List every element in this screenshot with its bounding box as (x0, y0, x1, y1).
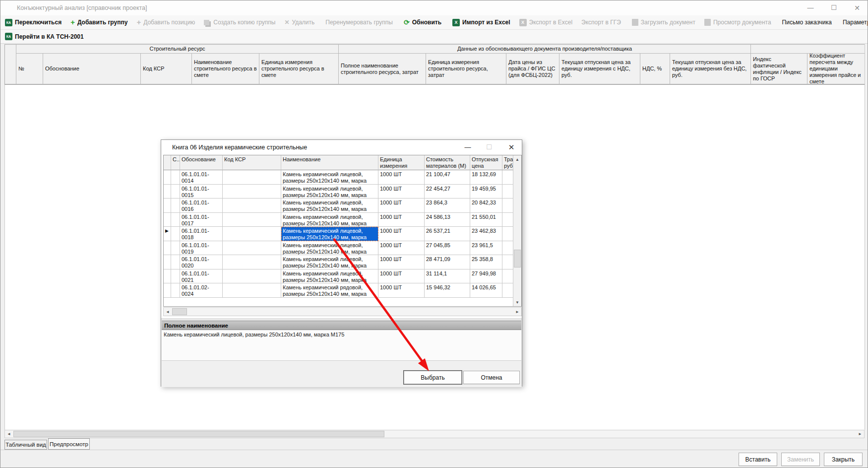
cell-code[interactable]: 06.1.01.01-0015 (180, 185, 223, 199)
column-header[interactable]: Индекс фактической инфляции / Индекс по … (751, 54, 807, 84)
column-header[interactable]: Единица измерения строительного ресурса … (259, 54, 339, 84)
cell-transport[interactable] (502, 227, 513, 241)
cell-price[interactable]: 18 132,69 (470, 170, 502, 185)
cell-name[interactable]: Камень керамический лицевой, размеры 250… (281, 213, 378, 227)
dialog-column-header[interactable]: Код КСР (223, 155, 281, 170)
cell-unit[interactable]: 1000 ШТ (378, 283, 425, 298)
select-button[interactable]: Выбрать (404, 371, 462, 384)
cell-cost[interactable]: 23 864,3 (425, 199, 470, 213)
toolbar-button-export-gge[interactable]: Экспорт в ГГЭ (577, 16, 625, 28)
dialog-column-header[interactable]: Отпускная цена (470, 155, 502, 170)
cell-price[interactable]: 23 961,5 (470, 241, 502, 256)
toolbar-button-renumber-groups[interactable]: Перенумеровать группы (321, 16, 397, 28)
main-horizontal-scrollbar[interactable]: ◄ ► (4, 430, 865, 438)
dialog-maximize-button[interactable]: ☐ (480, 140, 498, 155)
maximize-button[interactable]: ☐ (822, 0, 845, 15)
cell-ksr[interactable] (223, 269, 281, 284)
cell-unit[interactable]: 1000 ШТ (378, 199, 425, 213)
cell-name[interactable]: Камень керамический лицевой, размеры 250… (281, 199, 378, 213)
cell-cost[interactable]: 26 537,21 (425, 227, 470, 241)
dialog-hscroll-thumb[interactable] (172, 308, 187, 315)
insert-button[interactable]: Вставить (739, 453, 777, 466)
column-header[interactable]: Коэффициент пересчета между единицами из… (807, 54, 868, 84)
cell-ksr[interactable] (223, 283, 281, 298)
cell-transport[interactable] (502, 269, 513, 284)
replace-button[interactable]: Заменить (781, 453, 820, 466)
cell-price[interactable]: 14 026,65 (470, 283, 502, 298)
cell-cost[interactable]: 15 946,32 (425, 283, 470, 298)
table-row[interactable]: 06.1.01.01-0020Камень керамический лицев… (164, 255, 513, 269)
cell-cost[interactable]: 24 586,13 (425, 213, 470, 227)
cancel-button[interactable]: Отмена (463, 371, 520, 384)
cell-cost[interactable]: 28 471,09 (425, 255, 470, 269)
cell-transport[interactable] (502, 213, 513, 227)
dialog-column-header[interactable] (164, 155, 171, 170)
cell-code[interactable]: 06.1.01.01-0019 (180, 241, 223, 256)
column-header[interactable]: Дата цены из прайса / ФГИС ЦС (для ФСБЦ-… (506, 54, 559, 84)
main-vertical-scrollbar[interactable] (865, 44, 868, 430)
minimize-button[interactable]: — (799, 0, 822, 15)
column-header[interactable]: Код КСР (141, 54, 192, 84)
cell-price[interactable]: 27 949,98 (470, 269, 502, 284)
column-header[interactable]: Текущая отпускная цена за единицу измере… (559, 54, 640, 84)
cell-name[interactable]: Камень керамический лицевой, размеры 250… (281, 227, 378, 241)
checkbox-cell[interactable] (171, 185, 180, 199)
cell-unit[interactable]: 1000 ШТ (378, 185, 425, 199)
cell-code[interactable]: 06.1.01.01-0017 (180, 213, 223, 227)
table-row[interactable]: 06.1.01.01-0016Камень керамический лицев… (164, 199, 513, 213)
column-header[interactable]: Полное наименование строительного ресурс… (339, 54, 426, 84)
toolbar-button-export-excel[interactable]: Экспорт в Excel (515, 16, 577, 28)
table-row[interactable]: 06.1.01.01-0014Камень керамический лицев… (164, 170, 513, 185)
cell-code[interactable]: 06.1.01.01-0021 (180, 269, 223, 284)
column-header[interactable]: Единица измерения строительного ресурса,… (426, 54, 506, 84)
cell-unit[interactable]: 1000 ШТ (378, 213, 425, 227)
checkbox-cell[interactable] (171, 199, 180, 213)
table-row[interactable]: 06.1.01.01-0021Камень керамический лицев… (164, 269, 513, 284)
close-bottom-button[interactable]: Закрыть (824, 453, 863, 466)
tab-preview[interactable]: Предпросмотр (48, 438, 90, 450)
toolbar-button-view-document[interactable]: Просмотр документа (700, 16, 776, 28)
scroll-left-icon[interactable]: ◄ (164, 308, 172, 316)
scrollbar-thumb[interactable] (13, 431, 384, 437)
column-header[interactable]: Обоснование (43, 54, 141, 84)
column-header[interactable]: Наименование строительного ресурса в сме… (192, 54, 259, 84)
cell-ksr[interactable] (223, 170, 281, 185)
tab-table-view[interactable]: Табличный вид (4, 440, 47, 450)
cell-transport[interactable] (502, 199, 513, 213)
checkbox-cell[interactable] (171, 213, 180, 227)
dialog-vertical-scrollbar[interactable]: ▲ ▼ (513, 155, 521, 306)
table-row[interactable]: 06.1.01.01-0017Камень керамический лицев… (164, 213, 513, 227)
table-row[interactable]: 06.1.01.01-0019Камень керамический лицев… (164, 241, 513, 256)
cell-ksr[interactable] (223, 185, 281, 199)
checkbox-cell[interactable] (171, 170, 180, 185)
dialog-column-header[interactable]: Тра руб (502, 155, 513, 170)
cell-cost[interactable]: 31 114,1 (425, 269, 470, 284)
toolbar-button-switch[interactable]: Переключиться (0, 16, 66, 28)
cell-price[interactable]: 23 462,83 (470, 227, 502, 241)
scroll-right-icon[interactable]: ► (856, 430, 864, 438)
cell-ksr[interactable] (223, 199, 281, 213)
cell-price[interactable]: 20 842,33 (470, 199, 502, 213)
checkbox-cell[interactable] (171, 227, 180, 241)
cell-name[interactable]: Камень керамический лицевой, размеры 250… (281, 269, 378, 284)
cell-name[interactable]: Камень керамический лицевой, размеры 250… (281, 241, 378, 256)
dialog-vscroll-thumb[interactable] (514, 250, 521, 267)
cell-unit[interactable]: 1000 ШТ (378, 241, 425, 256)
cell-code[interactable]: 06.1.01.01-0018 (180, 227, 223, 241)
cell-transport[interactable] (502, 170, 513, 185)
dialog-minimize-button[interactable]: — (459, 140, 477, 155)
cell-ksr[interactable] (223, 255, 281, 269)
toolbar-button-add-position[interactable]: Добавить позицию (132, 16, 199, 28)
column-header[interactable]: Текущая отпускная цена за единицу измере… (670, 54, 751, 84)
toolbar-button-parameters[interactable]: Параметры (838, 16, 868, 28)
column-header[interactable]: № (16, 54, 43, 84)
dialog-column-header[interactable]: Стоимость материалов (М) (425, 155, 470, 170)
dialog-column-header[interactable]: Единица измерения (378, 155, 425, 170)
dialog-column-header[interactable]: С.. (171, 155, 180, 170)
toolbar-button-customer-letter[interactable]: Письмо заказчика (778, 16, 836, 28)
cell-unit[interactable]: 1000 ШТ (378, 170, 425, 185)
cell-code[interactable]: 06.1.01.01-0020 (180, 255, 223, 269)
scroll-up-icon[interactable]: ▲ (513, 155, 521, 163)
dialog-close-button[interactable]: ✕ (502, 140, 520, 155)
cell-code[interactable]: 06.1.01.02-0024 (180, 283, 223, 298)
